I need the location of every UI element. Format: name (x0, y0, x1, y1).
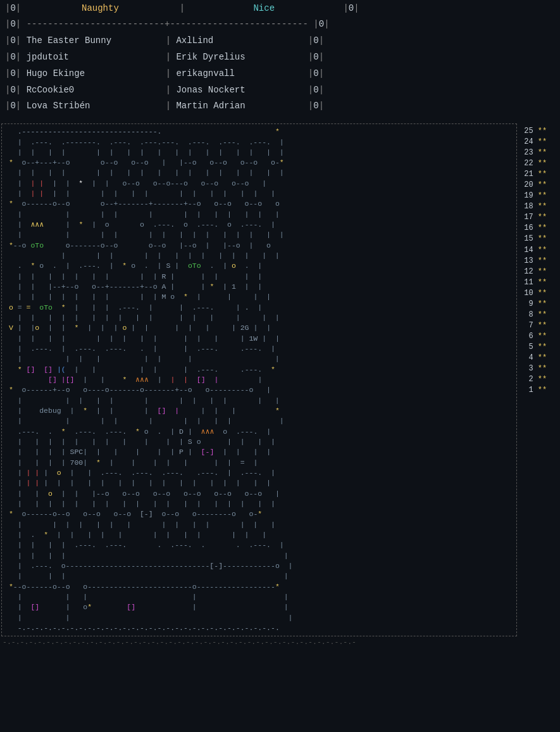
num-19: 19 ** (520, 191, 560, 201)
pipe4: | (327, 1, 349, 15)
zero-left: 0 (10, 1, 15, 15)
num-17: 17 ** (520, 212, 560, 223)
nice-name-1: AxlLind (176, 34, 302, 49)
circuit-border: .-------------------------------. * | .-… (1, 123, 517, 636)
nice-header: Nice (201, 1, 327, 15)
pipe5: | (354, 1, 359, 15)
nice-name-2: Erik Dyrelius (176, 50, 302, 65)
data-row-1: | 0 | The Easter Bunny | AxlLind | 0 | (0, 33, 560, 49)
naughty-name-3: Hugo Ekinge (27, 66, 166, 82)
num-2: 2 ** (520, 374, 560, 385)
num-22: 22 ** (520, 158, 560, 169)
bottom-separator: -.-.-.-.-.-.-.-.-.-.-.-.-.-.-.-.-.-.-.-.… (0, 636, 560, 647)
num-24: 24 ** (520, 137, 560, 148)
naughty-name-2: jpdutoit (27, 50, 166, 65)
number-column: 25 ** 24 ** 23 ** 22 ** 21 ** 20 ** 19 *… (517, 123, 560, 636)
num-15: 15 ** (520, 234, 560, 244)
num-25: 25 ** (520, 126, 560, 137)
data-row-2: | 0 | jpdutoit | Erik Dyrelius | 0 | (0, 49, 560, 66)
naughty-name-4: RcCookie0 (27, 83, 166, 98)
naughty-name-5: Lova Stribén (27, 99, 166, 114)
naughty-name-1: The Easter Bunny (27, 34, 166, 49)
num-16: 16 ** (520, 223, 560, 234)
pipe-left: | (5, 1, 10, 15)
num-20: 20 ** (520, 180, 560, 191)
num-4: 4 ** (520, 353, 560, 363)
nice-name-5: Martin Adrian (176, 99, 302, 114)
circuit-section: .-------------------------------. * | .-… (1, 123, 560, 636)
num-14: 14 ** (520, 245, 560, 256)
zero-right: 0 (349, 1, 354, 15)
num-1: 1 ** (520, 385, 560, 396)
num-13: 13 ** (520, 256, 560, 267)
num-23: 23 ** (520, 148, 560, 158)
nice-name-3: erikagnvall (176, 66, 302, 82)
num-11: 11 ** (520, 277, 560, 288)
sep-row-1: | 0 | -------------------------- + -----… (0, 16, 560, 33)
num-6: 6 ** (520, 331, 560, 342)
naughty-header: Naughty (37, 1, 163, 15)
num-10: 10 ** (520, 288, 560, 299)
pipe3: | (163, 1, 201, 15)
pipe2: | (16, 1, 37, 15)
data-row-5: | 0 | Lova Stribén | Martin Adrian | 0 | (0, 98, 560, 115)
num-21: 21 ** (520, 169, 560, 180)
num-18: 18 ** (520, 201, 560, 212)
header-row: | 0 | Naughty | Nice | 0 | (0, 0, 560, 16)
data-row-4: | 0 | RcCookie0 | Jonas Nockert | 0 | (0, 82, 560, 99)
nice-name-4: Jonas Nockert (176, 83, 302, 98)
main-container: | 0 | Naughty | Nice | 0 | | 0 | -------… (0, 0, 560, 647)
num-8: 8 ** (520, 310, 560, 320)
num-5: 5 ** (520, 342, 560, 353)
num-9: 9 ** (520, 299, 560, 310)
num-7: 7 ** (520, 320, 560, 331)
num-3: 3 ** (520, 363, 560, 374)
data-row-3: | 0 | Hugo Ekinge | erikagnvall | 0 | (0, 66, 560, 82)
circuit-diagram: .-------------------------------. * | .-… (4, 127, 515, 633)
num-12: 12 ** (520, 267, 560, 277)
